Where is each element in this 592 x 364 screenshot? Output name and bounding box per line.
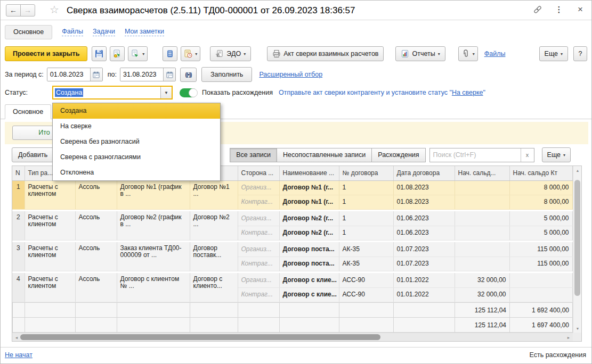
horizontal-scrollbar[interactable]: ◄ ► <box>12 333 573 341</box>
grid-cell: 01.01.2022 <box>393 287 455 302</box>
edo-state-link[interactable]: Не начат <box>5 351 33 359</box>
period-label: За период с: <box>5 71 44 78</box>
reports-label: Отчеты <box>412 50 435 57</box>
calendar-icon[interactable] <box>90 68 102 81</box>
grid-cell: 01.07.2023 <box>393 257 455 271</box>
reconciliation-act-button[interactable]: Акт сверки взаимных расчетов <box>267 46 384 61</box>
column-header[interactable]: № договора <box>339 166 393 180</box>
search-box: x <box>429 148 534 162</box>
filter-button[interactable]: Расхождения <box>371 148 425 162</box>
scroll-up-icon[interactable]: ▲ <box>573 166 582 175</box>
calendar-icon[interactable] <box>163 68 175 81</box>
search-input[interactable] <box>430 148 521 162</box>
grid-cell: 5 000,00 <box>509 211 572 226</box>
grid-cell <box>455 180 509 195</box>
grid-cell: 1 <box>339 226 393 240</box>
show-discrepancies-toggle[interactable] <box>180 88 197 97</box>
reconciliation-grid: NТип ра...Сторона ...Наименование ...№ д… <box>12 166 582 342</box>
status-option[interactable]: Создана <box>53 103 220 119</box>
grid-cell: Договор №2 ... <box>190 211 238 240</box>
grid-cell: 1 <box>339 180 393 195</box>
grid-cell: 01.06.2023 <box>393 226 455 240</box>
status-option[interactable]: Отклонена <box>53 165 220 180</box>
back-button[interactable]: ← <box>6 4 21 16</box>
save-button[interactable] <box>92 46 107 61</box>
attachments-button[interactable]: ▾ <box>458 46 478 61</box>
document-journal-button[interactable]: ▾ <box>181 46 200 61</box>
create-based-on-button[interactable]: ▾ <box>128 46 148 61</box>
grid-row[interactable]: 2Расчеты с клиентомАссольДоговор №2 (гра… <box>12 211 572 226</box>
column-header[interactable]: Нач. сальдо Кт <box>509 166 572 180</box>
grid-cell: Расчеты с клиентом <box>25 211 75 240</box>
grid-cell: 01.07.2023 <box>393 242 455 257</box>
nav-tab-main[interactable]: Основное <box>5 25 52 39</box>
grid-row[interactable]: 4Расчеты с клиентомАссольДоговор с клиен… <box>12 273 572 287</box>
column-header[interactable]: Дата договора <box>393 166 455 180</box>
post-and-close-button[interactable]: Провести и закрыть <box>5 46 87 61</box>
grid-cell <box>455 257 509 271</box>
close-icon[interactable]: × <box>575 5 585 14</box>
vertical-scrollbar[interactable]: ▲ ▼ <box>573 166 581 333</box>
nav-link-files[interactable]: Файлы <box>62 28 83 36</box>
vertical-scroll-thumb[interactable] <box>574 180 580 296</box>
grid-cell: Расчеты с клиентом <box>25 242 75 271</box>
forward-icon: → <box>24 6 31 14</box>
grid-cell: Организ... <box>238 211 279 226</box>
reports-button[interactable]: Отчеты ▾ <box>395 46 445 61</box>
grid-cell: Ассоль <box>75 180 117 209</box>
get-link-icon[interactable] <box>533 5 542 14</box>
tab-main[interactable]: Основное <box>5 104 51 119</box>
grid-cell: 01.08.2023 <box>393 180 455 195</box>
advanced-filter-link[interactable]: Расширенный отбор <box>259 71 322 78</box>
nav-link-notes[interactable]: Мои заметки <box>125 28 164 36</box>
favorite-star-icon[interactable]: ☆ <box>50 3 59 16</box>
combo-dropdown-icon[interactable]: ▼ <box>160 87 172 98</box>
scroll-right-icon[interactable]: ► <box>564 333 573 342</box>
help-button[interactable]: ? <box>573 46 587 61</box>
forward-button[interactable]: → <box>20 4 35 16</box>
column-header[interactable]: Нач. сальд... <box>455 166 509 180</box>
column-header[interactable]: Сторона ... <box>238 166 279 180</box>
files-link[interactable]: Файлы <box>484 50 506 57</box>
grid-cell: 32 000,00 <box>455 273 509 287</box>
edo-button[interactable]: ЭДО ▾ <box>210 46 251 61</box>
fill-button[interactable]: Заполнить <box>201 67 252 82</box>
grid-more-button[interactable]: Еще ▾ <box>542 147 571 162</box>
more-menu-icon[interactable]: ⋮ <box>554 5 564 14</box>
status-option[interactable]: Сверена с разногласиями <box>53 150 220 165</box>
grid-cell: Контраг... <box>238 257 279 271</box>
column-header[interactable]: Наименование ... <box>279 166 339 180</box>
grid-cell: Организ... <box>238 242 279 257</box>
grid-cell: Договор с клие... <box>279 287 339 302</box>
register-records-button[interactable] <box>163 46 177 61</box>
clear-search-icon[interactable]: x <box>521 148 534 162</box>
grid-cell: Договор с клиентом № ... <box>117 273 190 302</box>
scroll-down-icon[interactable]: ▼ <box>573 324 582 333</box>
grid-cell: Ассоль <box>75 242 117 271</box>
column-header[interactable]: N <box>12 166 25 180</box>
status-combobox[interactable]: Создана ▼ <box>52 86 173 100</box>
post-document-icon <box>113 49 121 58</box>
status-option[interactable]: На сверке <box>53 119 220 134</box>
notice-link[interactable]: На сверке <box>452 89 483 96</box>
period-from-input[interactable] <box>47 68 90 81</box>
filter-button[interactable]: Все записи <box>230 148 277 162</box>
filter-button[interactable]: Несопоставленные записи <box>277 148 372 162</box>
period-to-input[interactable] <box>120 68 163 81</box>
horizontal-scroll-thumb[interactable] <box>20 334 380 340</box>
grid-row[interactable]: 1Расчеты с клиентомАссольДоговор №1 (гра… <box>12 180 572 195</box>
grid-cell: Договор с клие... <box>279 273 339 287</box>
scroll-left-icon[interactable]: ◄ <box>12 333 21 342</box>
grid-cell: Договор с клиенто... <box>190 273 238 302</box>
status-row: Статус: Создана ▼ Показать расхождения О… <box>5 85 485 100</box>
grid-cell <box>455 226 509 240</box>
post-document-button[interactable] <box>110 46 125 61</box>
choose-period-button[interactable]: ((•)) <box>180 68 197 82</box>
grid-row[interactable]: 3Расчеты с клиентомАссольЗаказ клиента Т… <box>12 242 572 257</box>
edo-label: ЭДО <box>226 50 241 57</box>
more-button[interactable]: Еще ▾ <box>539 46 568 61</box>
nav-link-tasks[interactable]: Задачи <box>93 28 115 36</box>
add-row-button[interactable]: Добавить <box>12 147 54 162</box>
status-option[interactable]: Сверена без разногласий <box>53 134 220 150</box>
grid-cell: Расчеты с клиентом <box>25 273 75 302</box>
